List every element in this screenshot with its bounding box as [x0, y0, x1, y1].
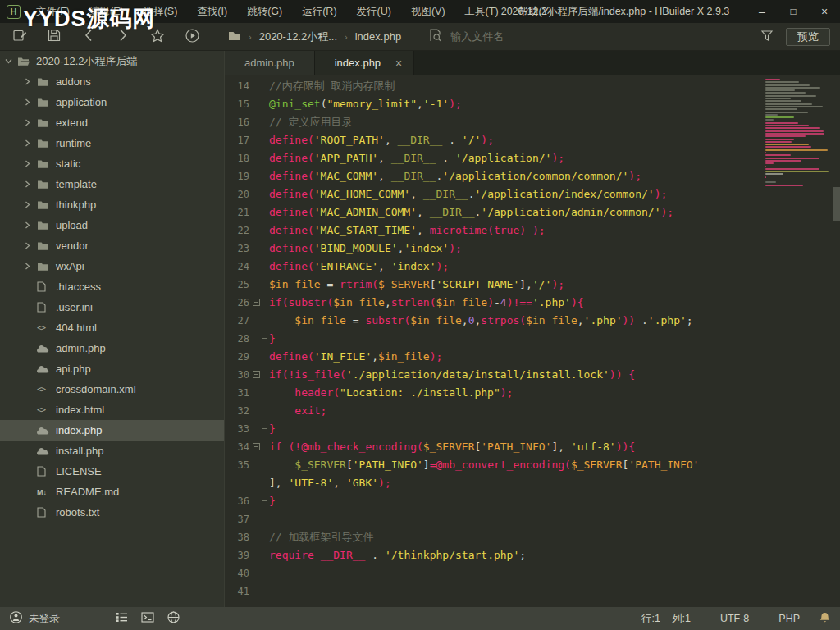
code-line-24[interactable]: 24define('ENTRANCE', 'index');: [225, 258, 840, 276]
code-line-23[interactable]: 23define('BIND_MODULE','index');: [225, 240, 840, 258]
minimize-button[interactable]: –: [746, 0, 778, 23]
close-button[interactable]: ×: [809, 0, 840, 23]
chevron-right-icon[interactable]: [25, 242, 37, 249]
code-line-21[interactable]: 21define('MAC_ADMIN_COMM', __DIR__.'/app…: [225, 203, 840, 221]
tree-item-install.php[interactable]: install.php: [0, 441, 224, 461]
new-file-button[interactable]: [10, 26, 30, 48]
language-button[interactable]: [167, 611, 180, 626]
menu-item-3[interactable]: 选择(S): [138, 2, 184, 22]
tree-item-runtime[interactable]: runtime: [0, 133, 224, 153]
run-button[interactable]: [182, 26, 202, 48]
tree-item-template[interactable]: template: [0, 174, 224, 194]
tree-item-404.html[interactable]: <>404.html: [0, 317, 224, 338]
tree-item-api.php[interactable]: api.php: [0, 358, 224, 379]
code-line-29[interactable]: 29define('IN_FILE',$in_file);: [225, 348, 840, 366]
tree-item-thinkphp[interactable]: thinkphp: [0, 194, 224, 215]
back-button[interactable]: [79, 26, 98, 48]
code-line-16[interactable]: 16// 定义应用目录: [225, 113, 840, 131]
cursor-line[interactable]: 行:1: [641, 612, 660, 626]
bell-icon[interactable]: [819, 612, 830, 626]
menu-item-6[interactable]: 运行(R): [296, 2, 342, 22]
tab-close-icon[interactable]: ×: [395, 57, 402, 69]
chevron-right-icon[interactable]: [25, 262, 37, 270]
code-line-37[interactable]: 37: [225, 510, 840, 528]
code-line-14[interactable]: 14//内存限制 取消内存限制: [225, 77, 840, 95]
chevron-right-icon[interactable]: [25, 201, 37, 208]
code-line-33[interactable]: 33}: [225, 420, 840, 438]
code-line-19[interactable]: 19define('MAC_COMM', __DIR__.'/applicati…: [225, 167, 840, 185]
chevron-right-icon[interactable]: [25, 119, 37, 126]
code-line-22[interactable]: 22define('MAC_START_TIME', microtime(tru…: [225, 221, 840, 240]
code-line-28[interactable]: 28}: [225, 330, 840, 348]
filter-button[interactable]: [761, 30, 773, 43]
cursor-col[interactable]: 列:1: [672, 612, 691, 626]
menu-item-2[interactable]: 编辑(E): [84, 2, 130, 22]
tree-item-robots.txt[interactable]: robots.txt: [0, 502, 224, 523]
tree-item-2020-12.2小程序后端[interactable]: 2020-12.2小程序后端: [0, 51, 224, 71]
code-line-25[interactable]: 25$in_file = rtrim($_SERVER['SCRIPT_NAME…: [225, 276, 840, 294]
breadcrumb-project[interactable]: 2020-12.2小程...: [259, 30, 337, 44]
code-line-30[interactable]: 30if(!is_file('./application/data/instal…: [225, 366, 840, 384]
tree-item-static[interactable]: static: [0, 153, 224, 174]
code-line-27[interactable]: 27 $in_file = substr($in_file,0,strpos($…: [225, 312, 840, 330]
code-line-39[interactable]: 39require __DIR__ . '/thinkphp/start.php…: [225, 546, 840, 564]
tree-item-extend[interactable]: extend: [0, 112, 224, 133]
editor-scrollbar[interactable]: [833, 187, 840, 221]
language-indicator[interactable]: PHP: [778, 613, 800, 624]
save-button[interactable]: [44, 26, 64, 48]
fold-toggle-icon[interactable]: [252, 438, 262, 456]
console-button[interactable]: [141, 612, 154, 625]
code-line-41[interactable]: 41: [225, 582, 840, 600]
tree-item-README.md[interactable]: M↓README.md: [0, 482, 224, 502]
fold-toggle-icon[interactable]: [252, 366, 262, 384]
breadcrumb-file[interactable]: index.php: [355, 30, 401, 43]
tree-item-index.html[interactable]: <>index.html: [0, 399, 224, 420]
code-line-34[interactable]: 34if (!@mb_check_encoding($_SERVER['PATH…: [225, 438, 840, 456]
chevron-down-icon[interactable]: [5, 58, 17, 64]
code-line-26[interactable]: 26if(substr($in_file,strlen($in_file)-4)…: [225, 294, 840, 312]
code-line-38[interactable]: 38// 加载框架引导文件: [225, 528, 840, 546]
tree-item-index.php[interactable]: index.php: [0, 420, 224, 441]
tab-index.php[interactable]: index.php×: [315, 51, 415, 75]
encoding-indicator[interactable]: UTF-8: [720, 613, 749, 624]
code-line-17[interactable]: 17define('ROOT_PATH', __DIR__ . '/');: [225, 131, 840, 149]
favorite-button[interactable]: [148, 26, 167, 48]
breadcrumb[interactable]: › 2020-12.2小程... › index.php: [228, 30, 401, 44]
tree-item-application[interactable]: application: [0, 92, 224, 112]
chevron-right-icon[interactable]: [25, 160, 37, 167]
code-line-35[interactable]: 35 $_SERVER['PATH_INFO']=@mb_convert_enc…: [225, 456, 840, 474]
login-status[interactable]: 未登录: [29, 612, 60, 626]
tree-item-crossdomain.xml[interactable]: <>crossdomain.xml: [0, 379, 224, 399]
tree-item-wxApi[interactable]: wxApi: [0, 256, 224, 276]
outline-button[interactable]: [116, 612, 128, 625]
tree-item-.htaccess[interactable]: .htaccess: [0, 276, 224, 297]
chevron-right-icon[interactable]: [25, 180, 37, 188]
menu-item-5[interactable]: 跳转(G): [241, 2, 288, 22]
code-line-20[interactable]: 20define('MAC_HOME_COMM', __DIR__.'/appl…: [225, 185, 840, 203]
code-line-18[interactable]: 18define('APP_PATH', __DIR__ . '/applica…: [225, 149, 840, 167]
code-line-32[interactable]: 32 exit;: [225, 402, 840, 420]
menu-item-1[interactable]: 文件(F): [30, 2, 75, 22]
tree-item-upload[interactable]: upload: [0, 215, 224, 235]
tree-item-LICENSE[interactable]: LICENSE: [0, 461, 224, 482]
maximize-button[interactable]: □: [778, 0, 809, 23]
tab-admin.php[interactable]: admin.php: [225, 51, 315, 75]
code-editor[interactable]: 14//内存限制 取消内存限制15@ini_set("memory_limit"…: [225, 75, 840, 607]
forward-button[interactable]: [113, 26, 133, 48]
tree-item-addons[interactable]: addons: [0, 71, 224, 92]
tree-item-admin.php[interactable]: admin.php: [0, 338, 224, 358]
code-line-36[interactable]: 36}: [225, 492, 840, 510]
menu-item-8[interactable]: 视图(V): [405, 2, 451, 22]
chevron-right-icon[interactable]: [25, 221, 37, 229]
code-line-15[interactable]: 15@ini_set("memory_limit",'-1');: [225, 95, 840, 113]
minimap[interactable]: [765, 79, 833, 192]
search-input[interactable]: [450, 30, 761, 43]
preview-button[interactable]: 预览: [786, 28, 830, 46]
code-line-31[interactable]: 31 header("Location: ./install.php");: [225, 384, 840, 402]
tree-item-.user.ini[interactable]: .user.ini: [0, 297, 224, 317]
chevron-right-icon[interactable]: [25, 78, 37, 85]
tree-item-vendor[interactable]: vendor: [0, 235, 224, 256]
chevron-right-icon[interactable]: [25, 98, 37, 106]
code-line-wrap[interactable]: ], 'UTF-8', 'GBK');: [225, 474, 840, 492]
menu-item-7[interactable]: 发行(U): [351, 2, 397, 22]
